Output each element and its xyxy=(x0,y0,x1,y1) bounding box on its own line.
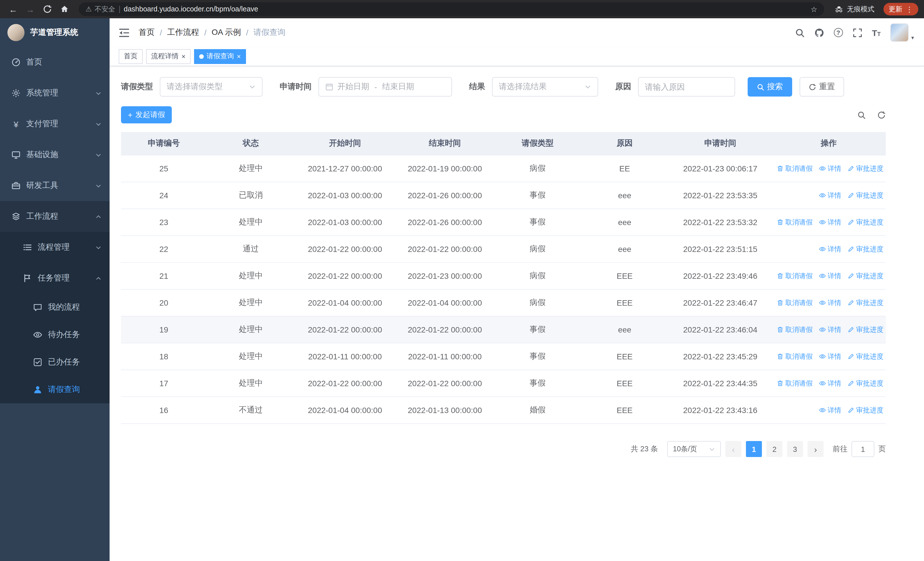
cell-start-time: 2022-01-03 00:00:00 xyxy=(295,209,395,235)
approval-progress-label: 审批进度 xyxy=(856,244,884,254)
page-goto-input[interactable] xyxy=(852,441,874,457)
sidebar-item-dev-tools[interactable]: 研发工具 xyxy=(0,170,110,201)
page-button-1[interactable]: 1 xyxy=(746,441,762,457)
cancel-leave-link[interactable]: 取消请假 xyxy=(777,271,813,281)
cell-end-time: 2022-01-22 00:00:00 xyxy=(395,236,495,262)
approval-progress-link[interactable]: 审批进度 xyxy=(848,271,884,281)
approval-progress-link[interactable]: 审批进度 xyxy=(848,191,884,200)
sidebar-item-todo-tasks[interactable]: 待办任务 xyxy=(0,321,110,349)
date-range-picker[interactable]: 开始日期 - 结束日期 xyxy=(318,77,452,96)
sidebar-item-infrastructure[interactable]: 基础设施 xyxy=(0,139,110,170)
next-page-button[interactable]: › xyxy=(808,441,824,457)
sidebar-item-task-management[interactable]: 任务管理 xyxy=(0,263,110,294)
reset-button[interactable]: 重置 xyxy=(800,77,844,96)
address-bar[interactable]: ⚠ 不安全 dashboard.yudao.iocoder.cn/bpm/oa/… xyxy=(79,2,824,16)
cancel-leave-link[interactable]: 取消请假 xyxy=(777,164,813,173)
browser-forward-button[interactable]: → xyxy=(23,2,38,17)
cell-start-time: 2022-01-22 00:00:00 xyxy=(295,263,395,289)
browser-reload-button[interactable] xyxy=(40,2,55,17)
detail-link[interactable]: 详情 xyxy=(819,379,841,388)
result-select[interactable]: 请选择流结果 xyxy=(492,77,598,96)
sidebar-item-label: 待办任务 xyxy=(48,329,80,340)
sidebar-item-label: 请假查询 xyxy=(48,385,80,395)
breadcrumb-item[interactable]: OA 示例 xyxy=(212,27,241,38)
font-size-icon[interactable]: TT xyxy=(872,28,881,37)
approval-progress-link[interactable]: 审批进度 xyxy=(848,217,884,227)
cell-operations: 详情 审批进度 xyxy=(772,182,886,209)
bookmark-star-icon[interactable]: ☆ xyxy=(811,5,817,14)
sidebar-item-system-management[interactable]: 系统管理 xyxy=(0,78,110,108)
browser-home-button[interactable] xyxy=(57,2,72,17)
cell-operations: 取消请假 详情 审批进度 xyxy=(772,155,886,182)
cancel-leave-link[interactable]: 取消请假 xyxy=(777,352,813,361)
cancel-leave-link[interactable]: 取消请假 xyxy=(777,379,813,388)
detail-link[interactable]: 详情 xyxy=(819,271,841,281)
detail-link[interactable]: 详情 xyxy=(819,405,841,415)
chevron-down-icon xyxy=(95,152,102,158)
approval-progress-link[interactable]: 审批进度 xyxy=(848,325,884,334)
tab-process-detail[interactable]: 流程详情 × xyxy=(146,49,190,64)
sidebar-item-process-management[interactable]: 流程管理 xyxy=(0,232,110,263)
page-size-select[interactable]: 10条/页 xyxy=(667,441,721,457)
cell-end-time: 2022-01-19 00:00:00 xyxy=(395,155,495,182)
refresh-table-icon[interactable] xyxy=(877,111,886,119)
approval-progress-link[interactable]: 审批进度 xyxy=(848,379,884,388)
detail-link[interactable]: 详情 xyxy=(819,164,841,173)
close-icon[interactable]: × xyxy=(237,53,241,60)
browser-update-button[interactable]: 更新 ⋮ xyxy=(884,3,918,15)
cancel-leave-link[interactable]: 取消请假 xyxy=(777,298,813,308)
tab-leave-query[interactable]: 请假查询 × xyxy=(194,49,246,64)
page-button-2[interactable]: 2 xyxy=(766,441,783,457)
approval-progress-label: 审批进度 xyxy=(856,379,884,388)
page-button-3[interactable]: 3 xyxy=(787,441,803,457)
detail-link[interactable]: 详情 xyxy=(819,217,841,227)
cancel-leave-link[interactable]: 取消请假 xyxy=(777,325,813,334)
security-warning[interactable]: ⚠ 不安全 xyxy=(86,4,115,14)
approval-progress-link[interactable]: 审批进度 xyxy=(848,244,884,254)
prev-page-button[interactable]: ‹ xyxy=(725,441,741,457)
sidebar-item-leave-query[interactable]: 请假查询 xyxy=(0,376,110,403)
detail-link[interactable]: 详情 xyxy=(819,298,841,308)
sidebar-item-workflow[interactable]: 工作流程 xyxy=(0,201,110,232)
sidebar-item-label: 基础设施 xyxy=(26,150,58,160)
create-leave-button[interactable]: + 发起请假 xyxy=(121,106,172,123)
sidebar-item-home[interactable]: 首页 xyxy=(0,47,110,78)
search-toggle-icon[interactable] xyxy=(857,111,866,119)
fullscreen-icon[interactable] xyxy=(853,28,862,38)
sidebar-item-payment-management[interactable]: ¥ 支付管理 xyxy=(0,108,110,139)
search-button[interactable]: 搜索 xyxy=(748,77,792,96)
detail-link[interactable]: 详情 xyxy=(819,352,841,361)
app-logo[interactable]: 芋道管理系统 xyxy=(0,18,110,47)
help-icon[interactable]: ? xyxy=(834,28,843,37)
browser-back-button[interactable]: ← xyxy=(6,2,21,17)
detail-link[interactable]: 详情 xyxy=(819,244,841,254)
cell-apply-time: 2022-01-22 23:43:16 xyxy=(669,397,772,423)
close-icon[interactable]: × xyxy=(182,53,186,60)
table-row: 24 已取消 2022-01-03 00:00:00 2022-01-26 00… xyxy=(121,182,886,209)
leave-type-select[interactable]: 请选择请假类型 xyxy=(160,77,262,96)
approval-progress-link[interactable]: 审批进度 xyxy=(848,352,884,361)
approval-progress-link[interactable]: 审批进度 xyxy=(848,298,884,308)
reason-input[interactable] xyxy=(638,77,735,96)
approval-progress-link[interactable]: 审批进度 xyxy=(848,405,884,415)
check-square-icon xyxy=(33,358,42,367)
sidebar-item-done-tasks[interactable]: 已办任务 xyxy=(0,349,110,376)
breadcrumb-item[interactable]: 工作流程 xyxy=(167,27,199,38)
detail-link[interactable]: 详情 xyxy=(819,191,841,200)
tab-home[interactable]: 首页 xyxy=(119,49,142,64)
breadcrumb-item[interactable]: 首页 xyxy=(139,27,154,38)
sidebar-collapse-button[interactable] xyxy=(119,28,129,38)
cancel-leave-link[interactable]: 取消请假 xyxy=(777,217,813,227)
github-icon[interactable] xyxy=(814,28,824,38)
user-menu[interactable]: ▼ xyxy=(890,23,915,42)
approval-progress-link[interactable]: 审批进度 xyxy=(848,164,884,173)
cell-operations: 取消请假 详情 审批进度 xyxy=(772,370,886,397)
search-icon xyxy=(757,83,764,90)
trash-icon xyxy=(777,353,784,360)
detail-link[interactable]: 详情 xyxy=(819,325,841,334)
select-placeholder: 请选择流结果 xyxy=(499,82,547,92)
filter-label: 申请时间 xyxy=(280,82,312,92)
sidebar-item-my-processes[interactable]: 我的流程 xyxy=(0,294,110,321)
chevron-down-icon xyxy=(249,83,256,90)
search-icon[interactable] xyxy=(795,28,805,38)
